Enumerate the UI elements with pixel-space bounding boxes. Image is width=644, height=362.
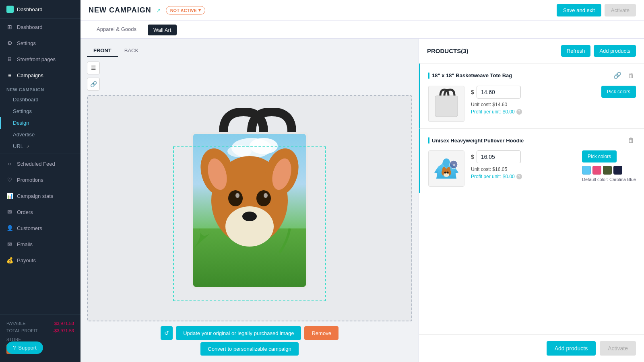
product-card-header: 18" x 18" Basketweave Tote Bag 🔗 🗑: [428, 70, 636, 81]
sidebar-item-campaigns[interactable]: ≡ Campaigns: [0, 67, 80, 83]
products-title: PRODUCTS(3): [427, 47, 469, 54]
tab-wall-art[interactable]: Wall Art: [148, 25, 177, 35]
design-tab-back[interactable]: BACK: [118, 45, 145, 57]
main-area: NEW CAMPAIGN ↗ NOT ACTIVE ▾ Save and exi…: [80, 0, 644, 362]
sidebar-item-label: Settings: [17, 40, 36, 46]
refresh-image-button[interactable]: ↺: [161, 326, 173, 340]
products-list: 18" x 18" Basketweave Tote Bag 🔗 🗑: [419, 64, 644, 334]
sidebar-bottom: PAYABLE -$3,971.53 TOTAL PROFIT -$3,971.…: [0, 315, 80, 362]
color-swatch-blue[interactable]: [582, 166, 591, 175]
payouts-icon: 💰: [6, 257, 13, 263]
sidebar-item-label: Emails: [17, 241, 33, 247]
payable-value: -$3,971.53: [53, 321, 74, 326]
product-price-col-hoodie: $ Unit cost: $16.05 Profit per unit: $0.…: [471, 150, 576, 179]
promotions-icon: ♡: [6, 177, 13, 183]
refresh-products-button[interactable]: Refresh: [561, 45, 591, 57]
sidebar-sub-dashboard[interactable]: Dashboard: [0, 94, 80, 105]
svg-point-24: [447, 172, 449, 174]
remove-button[interactable]: Remove: [304, 326, 338, 340]
status-badge[interactable]: NOT ACTIVE ▾: [166, 6, 205, 14]
color-swatch-pink[interactable]: [592, 166, 601, 175]
emails-icon: ✉: [6, 241, 13, 247]
content-area: FRONT BACK ☰ 🔗: [80, 39, 644, 362]
settings-icon: ⚙: [6, 40, 13, 46]
price-input-row: $: [471, 86, 595, 99]
color-swatch-navy[interactable]: [613, 166, 622, 175]
pick-colors-button-tote[interactable]: Pick colors: [601, 86, 636, 98]
sidebar-item-storefront[interactable]: 🖥 Storefront pages: [0, 51, 80, 67]
products-header-buttons: Refresh Add products: [561, 45, 636, 57]
link-tool-button[interactable]: 🔗: [87, 78, 100, 90]
sidebar-sub-design[interactable]: Design: [0, 117, 80, 129]
product-delete-button[interactable]: 🗑: [626, 70, 636, 81]
sidebar-sub-url[interactable]: URL ↗: [0, 140, 80, 152]
external-link-icon[interactable]: ↗: [156, 7, 161, 14]
sidebar-item-scheduled[interactable]: ○ Scheduled Feed: [0, 156, 80, 172]
save-exit-button[interactable]: Save and exit: [557, 4, 601, 16]
sidebar-item-label: Dashboard: [17, 24, 43, 30]
product-card-body-hoodie: ⚙ $ Unit cost: $16.05: [428, 150, 636, 187]
dashboard-icon: ⊞: [6, 24, 13, 30]
update-image-button[interactable]: Update your original or legally purchase…: [176, 326, 301, 340]
product-card-tote: 18" x 18" Basketweave Tote Bag 🔗 🗑: [419, 64, 644, 129]
sidebar-sub-label: Settings: [13, 108, 32, 114]
design-tab-front[interactable]: FRONT: [87, 45, 118, 57]
stats-icon: 📊: [6, 193, 13, 199]
sidebar-item-settings[interactable]: ⚙ Settings: [0, 35, 80, 51]
sidebar-sub-label: URL: [13, 143, 23, 149]
add-products-footer-button[interactable]: Add products: [547, 341, 596, 356]
price-input-hoodie[interactable]: [477, 150, 521, 163]
product-card-body: $ Unit cost: $14.60 Profit per unit: $0.…: [428, 86, 636, 122]
tab-apparel-label: Apparel & Goods: [97, 26, 136, 32]
total-profit-value: -$3,971.53: [53, 328, 74, 333]
sidebar-sub-settings[interactable]: Settings: [0, 105, 80, 117]
svg-point-14: [256, 190, 271, 206]
product-link-button[interactable]: 🔗: [612, 70, 623, 81]
url-ext-icon: ↗: [26, 144, 29, 149]
design-panel: FRONT BACK ☰ 🔗: [80, 39, 419, 362]
price-input-tote[interactable]: [477, 86, 521, 99]
sidebar-sub-label: Dashboard: [13, 97, 39, 103]
product-colors-col: Pick colors: [601, 86, 636, 98]
trash-icon: 🗑: [628, 137, 634, 144]
tab-apparel[interactable]: Apparel & Goods: [89, 21, 144, 38]
sidebar-item-label: Payouts: [17, 257, 36, 263]
sidebar-item-emails[interactable]: ✉ Emails: [0, 236, 80, 252]
campaigns-icon: ≡: [6, 72, 13, 78]
chevron-down-icon: ▾: [198, 8, 201, 13]
help-icon[interactable]: ?: [516, 109, 522, 115]
sidebar-item-payouts[interactable]: 💰 Payouts: [0, 252, 80, 268]
link-icon: 🔗: [90, 81, 97, 87]
sidebar-item-campaign-stats[interactable]: 📊 Campaign stats: [0, 188, 80, 204]
sidebar-item-dashboard[interactable]: ⊞ Dashboard: [0, 19, 80, 35]
sidebar-item-customers[interactable]: 👤 Customers: [0, 220, 80, 236]
svg-point-15: [235, 193, 239, 198]
help-icon-hoodie[interactable]: ?: [516, 174, 522, 179]
product-delete-button-hoodie[interactable]: 🗑: [626, 135, 636, 146]
product-card-actions: 🔗 🗑: [612, 70, 636, 81]
pick-colors-button-hoodie[interactable]: Pick colors: [582, 150, 617, 162]
sidebar-item-orders[interactable]: ✉ Orders: [0, 204, 80, 220]
customers-icon: 👤: [6, 225, 13, 231]
sidebar-item-label: Storefront pages: [17, 56, 56, 62]
product-thumbnail-tote: [428, 86, 464, 122]
convert-campaign-button[interactable]: Convert to personalizable campaign: [200, 342, 298, 356]
support-label: Support: [18, 345, 37, 351]
products-panel: PRODUCTS(3) Refresh Add products 18" x 1…: [419, 39, 644, 362]
sidebar-sub-advertise[interactable]: Advertise: [0, 129, 80, 140]
link-icon: 🔗: [613, 72, 621, 79]
svg-point-23: [444, 172, 446, 174]
sidebar-item-label: Campaign stats: [17, 193, 53, 199]
align-tool-button[interactable]: ☰: [87, 62, 100, 74]
orders-icon: ✉: [6, 209, 13, 215]
design-tab-front-label: FRONT: [93, 47, 111, 53]
support-button[interactable]: ? Support: [6, 341, 43, 354]
sidebar-sub-label: Design: [13, 120, 29, 126]
color-swatch-green[interactable]: [603, 166, 612, 175]
product-card-actions-hoodie: 🗑: [626, 135, 636, 146]
sidebar-logo[interactable]: Dashboard: [0, 0, 80, 19]
design-tools: ☰ 🔗: [87, 62, 412, 90]
add-products-header-button[interactable]: Add products: [594, 45, 636, 57]
design-tabs: FRONT BACK: [87, 45, 412, 57]
sidebar-item-promotions[interactable]: ♡ Promotions: [0, 172, 80, 188]
